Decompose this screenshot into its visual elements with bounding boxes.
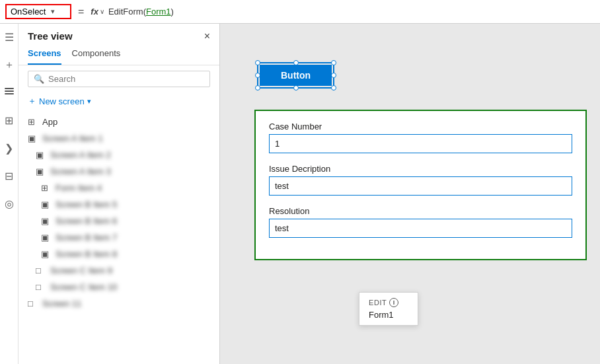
- tree-item-app[interactable]: ⊞ App: [19, 114, 219, 130]
- tree-close-button[interactable]: ×: [204, 31, 210, 42]
- item-label: Screen B Item 8: [56, 249, 117, 259]
- screen-icon: □: [28, 299, 38, 309]
- field-input-case-number[interactable]: [269, 134, 572, 153]
- canvas-area: Button Case Number Issue Decription Reso…: [220, 24, 600, 364]
- data-icon[interactable]: ⊟: [1, 168, 17, 184]
- item-label: Screen B Item 6: [56, 216, 117, 226]
- fx-chevron-icon: ∨: [100, 8, 104, 15]
- add-icon[interactable]: ＋: [1, 57, 17, 73]
- handle-bottom-mid[interactable]: [293, 85, 299, 91]
- field-input-issue[interactable]: [269, 176, 572, 196]
- svg-rect-2: [5, 88, 14, 89]
- plus-icon: ＋: [28, 95, 36, 107]
- handle-mid-right[interactable]: [331, 73, 336, 78]
- form-icon: ⊞: [41, 183, 52, 193]
- handle-bottom-right[interactable]: [331, 85, 336, 91]
- svg-rect-1: [5, 93, 14, 94]
- app-icon: ⊞: [28, 117, 38, 127]
- menu-icon[interactable]: ☰: [1, 29, 17, 45]
- form-field-case-number: Case Number: [269, 122, 572, 153]
- main-layout: ☰ ＋ ⊞ ❯ ⊟ ◎ Tree view × Screens Componen…: [0, 24, 600, 364]
- equals-sign: =: [75, 6, 87, 18]
- tree-tabs: Screens Components: [19, 46, 219, 65]
- list-item[interactable]: □ Screen C Item 10: [19, 279, 219, 295]
- fx-icon: fx: [91, 7, 98, 17]
- chevron-right-icon[interactable]: ❯: [1, 140, 17, 156]
- tooltip-form-value: Form1: [369, 310, 408, 320]
- handle-bottom-left[interactable]: [255, 85, 260, 91]
- screen-icon: ▣: [36, 150, 46, 160]
- handle-top-right[interactable]: [331, 60, 336, 65]
- screen-icon: ▣: [41, 200, 52, 209]
- canvas-button[interactable]: Button: [260, 65, 332, 86]
- item-label: Form Item 4: [56, 183, 102, 193]
- screen-icon: ▣: [41, 233, 52, 242]
- tree-title: Tree view: [28, 30, 73, 42]
- tooltip-popup: EDIT i Form1: [359, 292, 418, 326]
- tab-screens[interactable]: Screens: [28, 46, 61, 65]
- list-item[interactable]: ▣ Screen B Item 5: [19, 196, 219, 213]
- new-screen-chevron-icon: ▾: [87, 97, 91, 106]
- formula-text: EditForm(: [108, 7, 146, 17]
- item-label: Screen 11: [42, 299, 81, 309]
- edit-label: EDIT: [369, 299, 387, 307]
- list-item[interactable]: ⊞ Form Item 4: [19, 180, 219, 196]
- search-nav-icon[interactable]: ◎: [1, 196, 17, 211]
- layers-icon[interactable]: [1, 85, 17, 100]
- new-screen-button[interactable]: ＋ New screen ▾: [19, 92, 219, 110]
- fx-button[interactable]: fx ∨: [91, 7, 104, 17]
- list-item[interactable]: ▣ Screen A Item 2: [19, 147, 219, 163]
- formula-bar: OnSelect ▾ = fx ∨ EditForm(Form1): [0, 0, 600, 24]
- list-item[interactable]: ▣ Screen B Item 8: [19, 246, 219, 262]
- screen-icon: ▣: [28, 133, 38, 143]
- property-dropdown-icon[interactable]: ▾: [51, 7, 55, 16]
- form-field-issue: Issue Decription: [269, 164, 572, 196]
- app-label: App: [42, 117, 57, 127]
- field-label-case-number: Case Number: [269, 122, 572, 131]
- formula-arg: Form1: [146, 7, 171, 17]
- list-item[interactable]: ▣ Screen A Item 1: [19, 130, 219, 147]
- item-label: Screen A Item 3: [50, 166, 111, 176]
- item-label: Screen A Item 2: [50, 150, 111, 160]
- formula-close: ): [171, 7, 174, 17]
- form-field-resolution: Resolution: [269, 206, 572, 238]
- screen-icon: ▣: [41, 249, 52, 259]
- new-screen-label: New screen: [39, 96, 85, 106]
- item-label: Screen C Item 10: [50, 282, 117, 292]
- list-item[interactable]: □ Screen C Item 9: [19, 262, 219, 279]
- info-icon[interactable]: i: [389, 298, 398, 307]
- tree-list: ⊞ App ▣ Screen A Item 1 ▣ Screen A Item …: [19, 114, 219, 364]
- item-label: Screen B Item 5: [56, 200, 117, 209]
- field-input-resolution[interactable]: [269, 219, 572, 238]
- search-input[interactable]: [48, 74, 204, 84]
- property-label: OnSelect: [11, 7, 46, 17]
- item-label: Screen B Item 7: [56, 233, 117, 242]
- field-label-resolution: Resolution: [269, 206, 572, 216]
- list-item[interactable]: ▣ Screen B Item 7: [19, 229, 219, 246]
- tooltip-edit-row: EDIT i: [369, 298, 408, 307]
- tree-panel: Tree view × Screens Components 🔍 ＋ New s…: [19, 24, 220, 364]
- search-icon: 🔍: [34, 74, 44, 84]
- sidebar-icon-strip: ☰ ＋ ⊞ ❯ ⊟ ◎: [0, 24, 19, 364]
- field-label-issue: Issue Decription: [269, 164, 572, 174]
- screen-icon: □: [36, 266, 46, 275]
- list-item[interactable]: ▣ Screen B Item 6: [19, 213, 219, 229]
- tab-components[interactable]: Components: [72, 46, 121, 65]
- grid-icon[interactable]: ⊞: [1, 112, 17, 128]
- item-label: Screen C Item 9: [50, 266, 112, 275]
- screen-icon: □: [36, 282, 46, 292]
- property-selector[interactable]: OnSelect ▾: [5, 4, 71, 19]
- list-item[interactable]: ▣ Screen A Item 3: [19, 163, 219, 180]
- canvas-button-wrapper: Button: [260, 65, 332, 86]
- tree-header: Tree view ×: [19, 24, 219, 46]
- item-label: Screen A Item 1: [42, 133, 103, 143]
- svg-rect-0: [5, 91, 14, 92]
- list-item[interactable]: □ Screen 11: [19, 295, 219, 312]
- canvas-form: Case Number Issue Decription Resolution: [254, 110, 587, 260]
- screen-icon: ▣: [36, 166, 46, 176]
- screen-icon: ▣: [41, 216, 52, 226]
- search-box[interactable]: 🔍: [28, 71, 210, 87]
- formula-content[interactable]: EditForm(Form1): [108, 7, 174, 17]
